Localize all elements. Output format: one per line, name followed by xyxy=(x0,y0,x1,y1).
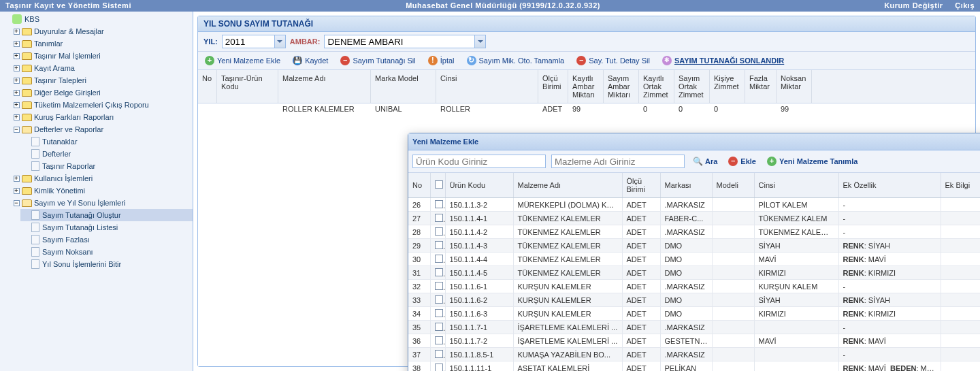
sidebar-item[interactable]: +Tüketim Malzemeleri Çıkış Roporu xyxy=(11,99,193,111)
checkbox-icon[interactable] xyxy=(435,282,443,290)
table-row[interactable]: 32 150.1.1.6-1 KURŞUN KALEMLER ADET .MAR… xyxy=(408,280,980,293)
cell-check[interactable] xyxy=(430,348,445,361)
sidebar-item[interactable]: Taşınır Raporlar xyxy=(20,160,193,172)
table-row[interactable]: 31 150.1.1.4-5 TÜKENMEZ KALEMLER ADET DM… xyxy=(408,266,980,280)
grid-header[interactable]: Malzeme Adı xyxy=(278,70,371,103)
grid-header[interactable]: Marka Model xyxy=(371,70,436,103)
sidebar-item-defterler[interactable]: −Defterler ve Raporlar xyxy=(11,123,193,135)
grid-header[interactable]: Ek Özellik xyxy=(838,173,941,198)
ambar-input[interactable] xyxy=(325,35,474,48)
grid-header[interactable]: Sayım Ambar Miktarı xyxy=(604,70,639,103)
nav-root-kbs[interactable]: KBS xyxy=(1,13,193,25)
table-row[interactable]: 35 150.1.1.7-1 İŞARETLEME KALEMLERİ ... … xyxy=(408,321,980,334)
table-row[interactable]: 38 150.1.1.11-1 ASETAT KALEMLERİ ADET PE… xyxy=(408,361,980,372)
cell-check[interactable] xyxy=(430,253,445,266)
sidebar-item[interactable]: Sayım Tutanağı Oluştur xyxy=(20,209,193,221)
grid-header[interactable]: Ölçü Birimi xyxy=(622,173,660,198)
checkbox-icon[interactable] xyxy=(435,255,443,263)
table-row[interactable]: 37 150.1.1.8.5-1 KUMAŞA YAZABİLEN BO... … xyxy=(408,348,980,361)
table-row[interactable]: 36 150.1.1.7-2 İŞARETLEME KALEMLERİ ... … xyxy=(408,334,980,348)
sidebar-item[interactable]: +Diğer Belge Girişleri xyxy=(11,86,193,99)
table-row[interactable]: 30 150.1.1.4-4 TÜKENMEZ KALEMLER ADET DM… xyxy=(408,253,980,266)
logout-link[interactable]: Çıkış xyxy=(955,1,975,10)
checkbox-icon[interactable] xyxy=(435,323,443,331)
checkbox-icon[interactable] xyxy=(435,295,443,304)
table-row[interactable]: 29 150.1.1.4-3 TÜKENMEZ KALEMLER ADET DM… xyxy=(408,239,980,253)
yil-combo[interactable] xyxy=(222,35,286,48)
cell-check[interactable] xyxy=(430,239,445,253)
cell-check[interactable] xyxy=(430,307,445,321)
table-row[interactable]: 26 150.1.1.3-2 MÜREKKEPLİ (DOLMA) KA... … xyxy=(408,198,980,212)
grid-header[interactable]: Ek Bilgi xyxy=(941,173,980,198)
sidebar-item[interactable]: Yıl Sonu İşlemlerini Bitir xyxy=(20,258,193,270)
malzeme-adi-input[interactable] xyxy=(551,155,685,168)
cell-check[interactable] xyxy=(430,321,445,334)
expand-icon[interactable]: + xyxy=(12,113,20,121)
ekle-button[interactable]: Ekle xyxy=(725,155,759,167)
cell-check[interactable] xyxy=(430,198,445,212)
grid-header[interactable]: Modeli xyxy=(712,173,754,198)
collapse-icon[interactable]: − xyxy=(12,125,20,133)
grid-header[interactable]: Taşınır-Ürün Kodu xyxy=(217,70,278,103)
expand-icon[interactable]: + xyxy=(12,76,20,84)
yeni-malzeme-ekle-button[interactable]: Yeni Malzeme Ekle xyxy=(202,54,283,67)
collapse-icon[interactable]: − xyxy=(12,199,20,207)
cell-check[interactable] xyxy=(430,266,445,280)
checkbox-icon[interactable] xyxy=(435,336,443,344)
grid-header[interactable]: Ölçü Birimi xyxy=(538,70,568,103)
cell-check[interactable] xyxy=(430,212,445,225)
table-row[interactable]: 27 150.1.1.4-1 TÜKENMEZ KALEMLER ADET FA… xyxy=(408,212,980,225)
checkbox-icon[interactable] xyxy=(435,214,443,222)
grid-header[interactable]: Kayıtlı Ortak Zimmet xyxy=(639,70,674,103)
checkbox-icon[interactable] xyxy=(435,309,443,317)
expand-icon[interactable]: + xyxy=(12,101,20,109)
sidebar-item[interactable]: +Kayıt Arama xyxy=(11,62,193,74)
sidebar-item[interactable]: Sayım Tutanağı Listesi xyxy=(20,221,193,233)
switch-org-link[interactable]: Kurum Değiştir xyxy=(884,1,943,10)
grid-header[interactable]: No xyxy=(198,70,217,103)
kaydet-button[interactable]: Kaydet xyxy=(290,54,331,67)
urun-kodu-input[interactable] xyxy=(412,155,546,168)
checkbox-icon[interactable] xyxy=(435,268,443,276)
sayim-tutanagi-sil-button[interactable]: Sayım Tutanağı Sil xyxy=(338,54,418,67)
checkbox-icon[interactable] xyxy=(435,180,443,189)
chevron-down-icon[interactable] xyxy=(274,35,285,48)
checkbox-icon[interactable] xyxy=(435,200,443,208)
yeni-malzeme-tanimla-button[interactable]: Yeni Malzeme Tanımla xyxy=(764,155,860,167)
grid-header[interactable]: Sayım Ortak Zimmet xyxy=(674,70,710,103)
sidebar-item[interactable]: Sayım Noksanı xyxy=(20,246,193,258)
grid-header-check[interactable] xyxy=(430,173,445,198)
grid-header[interactable]: Fazla Miktar xyxy=(745,70,777,103)
expand-icon[interactable]: + xyxy=(12,187,20,195)
table-row[interactable]: 28 150.1.1.4-2 TÜKENMEZ KALEMLER ADET .M… xyxy=(408,225,980,239)
grid-header[interactable]: Kayıtlı Ambar Miktarı xyxy=(568,70,604,103)
expand-icon[interactable]: + xyxy=(12,88,20,97)
grid-header[interactable]: Cinsi xyxy=(436,70,538,103)
cell-check[interactable] xyxy=(430,225,445,239)
grid-header[interactable]: Cinsi xyxy=(754,173,838,198)
iptal-button[interactable]: İptal xyxy=(425,54,457,67)
cell-check[interactable] xyxy=(430,280,445,293)
grid-header[interactable]: Markası xyxy=(660,173,712,198)
sidebar-item[interactable]: +Taşınır Mal İşlemleri xyxy=(11,50,193,62)
grid-header[interactable]: Kişiye Zimmet xyxy=(710,70,745,103)
cell-check[interactable] xyxy=(430,293,445,307)
sidebar-item[interactable]: +Taşınır Talepleri xyxy=(11,74,193,86)
sidebar-item[interactable]: +Duyurular & Mesajlar xyxy=(11,25,193,37)
sidebar-item[interactable]: +Kuruş Farkları Raporları xyxy=(11,111,193,123)
sidebar-item[interactable]: +Kimlik Yönetimi xyxy=(11,184,193,197)
ambar-combo[interactable] xyxy=(324,35,486,48)
grid-header[interactable]: Malzeme Adı xyxy=(513,173,622,198)
expand-icon[interactable]: + xyxy=(12,27,20,35)
checkbox-icon[interactable] xyxy=(435,241,443,249)
grid-header[interactable]: Ürün Kodu xyxy=(445,173,513,198)
detay-sil-button[interactable]: Say. Tut. Detay Sil xyxy=(574,54,653,67)
cell-check[interactable] xyxy=(430,334,445,348)
expand-icon[interactable]: + xyxy=(12,64,20,72)
sidebar-item[interactable]: Defterler xyxy=(20,148,193,160)
checkbox-icon[interactable] xyxy=(435,350,443,358)
table-row[interactable]: 33 150.1.1.6-2 KURŞUN KALEMLER ADET DMO … xyxy=(408,293,980,307)
table-row[interactable]: 34 150.1.1.6-3 KURŞUN KALEMLER ADET DMO … xyxy=(408,307,980,321)
sidebar-item[interactable]: Tutanaklar xyxy=(20,135,193,148)
sidebar-item-sayim[interactable]: −Sayım ve Yıl Sonu İşlemleri xyxy=(11,197,193,209)
